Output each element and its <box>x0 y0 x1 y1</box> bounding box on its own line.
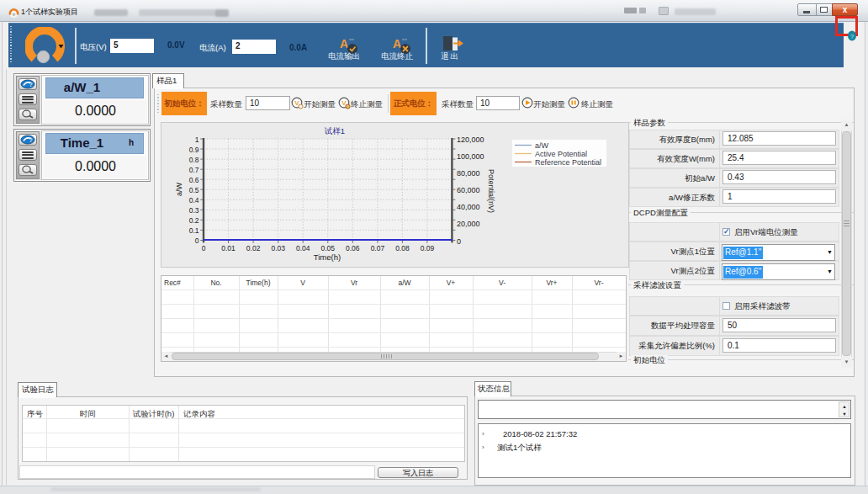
svg-text:0.5: 0.5 <box>189 186 199 194</box>
svg-text:0.3: 0.3 <box>189 206 199 215</box>
svg-text:?: ? <box>29 82 33 88</box>
svg-text:A: A <box>393 37 401 50</box>
svg-text:0.03: 0.03 <box>271 244 285 252</box>
svg-text:0.6: 0.6 <box>189 176 199 184</box>
svg-text:0: 0 <box>195 236 199 245</box>
svg-text:0.01: 0.01 <box>221 244 236 252</box>
svg-text:20,000: 20,000 <box>457 220 480 228</box>
svg-text:?: ? <box>29 137 33 143</box>
svg-text:试样1: 试样1 <box>324 126 345 135</box>
svg-text:0.9: 0.9 <box>189 146 199 154</box>
svg-text:a/W: a/W <box>175 183 183 197</box>
svg-text:0.7: 0.7 <box>189 166 199 174</box>
svg-text:40,000: 40,000 <box>457 203 480 211</box>
svg-text:Potential(nV): Potential(nV) <box>487 169 495 213</box>
svg-text:120,000: 120,000 <box>457 135 484 144</box>
svg-text:Active Potential: Active Potential <box>535 150 587 158</box>
svg-text:0.04: 0.04 <box>296 244 310 252</box>
svg-text:0.06: 0.06 <box>346 244 360 252</box>
svg-text:0.4: 0.4 <box>189 196 199 205</box>
svg-text:A: A <box>340 37 348 50</box>
svg-text:0.09: 0.09 <box>421 244 435 252</box>
svg-text:1: 1 <box>195 135 199 144</box>
svg-text:80,000: 80,000 <box>457 169 480 178</box>
svg-text:0.07: 0.07 <box>371 244 385 252</box>
svg-text:0.08: 0.08 <box>395 244 410 252</box>
svg-text:Time(h): Time(h) <box>314 252 341 262</box>
svg-text:Reference Potential: Reference Potential <box>535 158 601 167</box>
svg-text:?: ? <box>850 33 855 40</box>
svg-text:0: 0 <box>457 237 461 246</box>
svg-text:0.1: 0.1 <box>189 226 199 235</box>
svg-text:60,000: 60,000 <box>457 186 480 194</box>
svg-text:0.05: 0.05 <box>321 244 336 252</box>
svg-text:a/W: a/W <box>535 141 549 150</box>
svg-text:0.02: 0.02 <box>246 244 261 252</box>
svg-text:0.8: 0.8 <box>189 156 199 164</box>
svg-text:0.2: 0.2 <box>189 216 199 225</box>
svg-text:100,000: 100,000 <box>457 152 484 161</box>
svg-text:0: 0 <box>202 244 206 252</box>
